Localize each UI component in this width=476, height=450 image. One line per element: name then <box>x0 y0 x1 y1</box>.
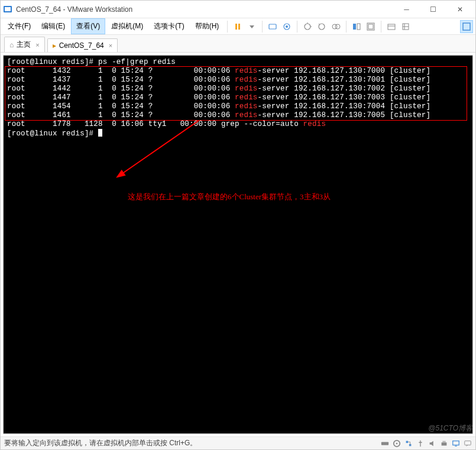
display-icon[interactable] <box>452 439 460 448</box>
menu-view[interactable]: 查看(V) <box>71 18 105 34</box>
printer-icon[interactable] <box>440 439 448 448</box>
pause-button[interactable] <box>231 20 244 33</box>
device-tray <box>381 439 472 448</box>
status-message: 要将输入定向到该虚拟机，请在虚拟机内部单击或按 Ctrl+G。 <box>4 438 381 448</box>
snapshot-manager-button[interactable] <box>329 20 342 33</box>
snapshot-revert-button[interactable] <box>315 20 328 33</box>
snapshot-button[interactable] <box>280 20 293 33</box>
menu-divider-5 <box>381 21 381 33</box>
terminal-output: [root@linux redis]# ps -ef|grep redis ro… <box>4 56 472 141</box>
menu-divider-3 <box>297 21 297 33</box>
tab-home[interactable]: ⌂ 主页 × <box>4 37 45 52</box>
fullscreen-toggle-button[interactable] <box>399 20 412 33</box>
sound-icon[interactable] <box>428 439 436 448</box>
svg-marker-4 <box>250 25 254 28</box>
svg-point-22 <box>396 442 398 444</box>
svg-rect-1 <box>5 7 11 11</box>
vmware-app-icon <box>3 5 12 14</box>
terminal-viewport[interactable]: [root@linux redis]# ps -ef|grep redis ro… <box>3 55 473 434</box>
tab-vm-label: CentOS_7_64 <box>59 41 104 50</box>
library-button[interactable] <box>385 20 398 33</box>
minimize-button[interactable]: ─ <box>393 1 420 18</box>
tab-vm[interactable]: ▸ CentOS_7_64 × <box>47 38 118 52</box>
menubar: 文件(F) 编辑(E) 查看(V) 虚拟机(M) 选项卡(T) 帮助(H) <box>1 18 475 35</box>
svg-rect-16 <box>388 24 395 30</box>
watermark: @51CTO博客 <box>428 423 472 433</box>
svg-rect-28 <box>465 441 471 445</box>
close-icon[interactable]: × <box>35 41 39 48</box>
svg-rect-12 <box>353 24 356 30</box>
vm-icon: ▸ <box>53 41 56 50</box>
network-icon[interactable] <box>404 439 413 448</box>
svg-rect-20 <box>381 442 388 445</box>
usb-icon[interactable] <box>416 439 425 448</box>
close-button[interactable]: ✕ <box>446 1 473 18</box>
svg-rect-27 <box>453 441 459 445</box>
hdd-icon[interactable] <box>381 439 389 448</box>
svg-point-7 <box>286 25 288 28</box>
send-ctrl-alt-del-button[interactable] <box>266 20 279 33</box>
fit-guest-button[interactable] <box>350 20 363 33</box>
menu-file[interactable]: 文件(F) <box>3 19 35 34</box>
tab-home-label: 主页 <box>17 40 31 50</box>
menu-tabs[interactable]: 选项卡(T) <box>149 19 189 34</box>
menu-divider-2 <box>262 21 263 33</box>
svg-point-11 <box>335 24 340 29</box>
menu-help[interactable]: 帮助(H) <box>190 19 224 34</box>
svg-rect-25 <box>442 442 447 445</box>
snapshot-take-button[interactable] <box>301 20 314 33</box>
svg-rect-2 <box>235 24 237 30</box>
titlebar: CentOS_7_64 - VMware Workstation ─ ☐ ✕ <box>1 1 475 18</box>
power-dropdown[interactable] <box>245 20 258 33</box>
home-icon: ⌂ <box>9 41 14 49</box>
cd-icon[interactable] <box>393 439 401 448</box>
svg-rect-3 <box>238 24 240 30</box>
tabbar: ⌂ 主页 × ▸ CentOS_7_64 × <box>1 35 475 53</box>
menu-divider <box>227 21 228 33</box>
unity-button[interactable] <box>364 20 377 33</box>
svg-rect-15 <box>368 24 373 29</box>
window-title: CentOS_7_64 - VMware Workstation <box>16 5 393 14</box>
svg-rect-18 <box>463 23 470 30</box>
annotation-text: 这是我们在上一篇文章创建的6个Cluster集群节点，3主和3从 <box>128 192 331 202</box>
message-icon[interactable] <box>464 439 472 448</box>
maximize-button[interactable]: ☐ <box>420 1 446 18</box>
menu-edit[interactable]: 编辑(E) <box>37 19 70 34</box>
svg-rect-26 <box>442 441 445 442</box>
enter-fullscreen-button[interactable] <box>460 20 473 33</box>
window-controls: ─ ☐ ✕ <box>393 1 473 18</box>
svg-rect-5 <box>269 24 276 29</box>
menu-vm[interactable]: 虚拟机(M) <box>106 19 148 34</box>
svg-point-8 <box>305 24 310 30</box>
statusbar: 要将输入定向到该虚拟机，请在虚拟机内部单击或按 Ctrl+G。 <box>1 436 475 449</box>
menu-divider-4 <box>346 21 347 33</box>
svg-rect-23 <box>406 441 409 443</box>
close-icon[interactable]: × <box>109 42 112 49</box>
svg-rect-13 <box>357 24 360 30</box>
